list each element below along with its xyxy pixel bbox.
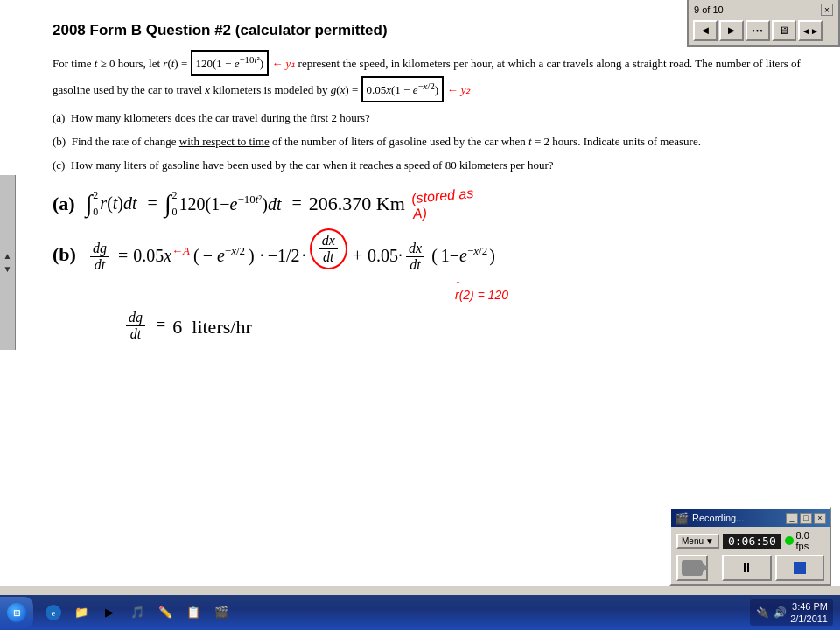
y1-annotation: ← y₁ bbox=[271, 57, 295, 70]
fps-status-indicator bbox=[785, 536, 794, 545]
paren2-close-b: ) bbox=[489, 246, 495, 266]
network-tray-icon: 🔌 bbox=[755, 606, 769, 620]
integral-limits-2: 2 0 bbox=[172, 189, 178, 219]
taskbar-apps: e 📁 ▶ 🎵 ✏️ 📋 bbox=[37, 599, 743, 626]
y2-annotation: ← y₂ bbox=[446, 83, 470, 96]
recording-source-button[interactable] bbox=[676, 555, 708, 581]
r2-annotation: ↓r(2) = 120 bbox=[455, 272, 508, 302]
part-b-question: (b) Find the rate of change with respect… bbox=[52, 133, 805, 151]
parts-section: (a) How many kilometers does the car tra… bbox=[52, 109, 805, 174]
left-sidebar: ▲ ▼ bbox=[0, 175, 16, 350]
rt-integrand: r(t)dt bbox=[100, 193, 136, 214]
taskbar-right: 🔌 🔊 3:46 PM 2/1/2011 bbox=[743, 599, 840, 626]
part-c-question: (c) How many liters of gasoline have bee… bbox=[52, 157, 805, 175]
volume-tray-icon: 🔊 bbox=[773, 606, 787, 620]
part-b-result: dg dt = 6 liters/hr bbox=[122, 310, 805, 342]
part-a-question: (a) How many kilometers does the car tra… bbox=[52, 109, 805, 128]
main-content: ▲ ▼ 2008 Form B Question #2 (calculator … bbox=[0, 0, 840, 586]
nav-back-button[interactable]: ◄ bbox=[693, 20, 718, 41]
neg-half-b: −1/2 bbox=[268, 246, 300, 266]
neg-exp-b: − e−x/2 bbox=[203, 244, 245, 266]
formula-gx: 0.05x(1 − e−x/2) bbox=[361, 76, 444, 102]
nav-button-row: ◄ ► ••• 🖥 ◄► bbox=[690, 18, 836, 44]
app2-icon: 🎵 bbox=[130, 605, 145, 620]
stored-annotation: (stored asA) bbox=[410, 186, 475, 222]
dx-dt-fraction: dx dt bbox=[319, 233, 338, 265]
nav-title-bar: 9 of 10 × bbox=[690, 2, 836, 18]
plus-b: + bbox=[353, 246, 362, 266]
integral-symbol-1: ∫ bbox=[86, 190, 93, 218]
integral-symbol-2: ∫ bbox=[164, 190, 172, 218]
taskbar-app3[interactable]: ✏️ bbox=[152, 599, 178, 626]
clock-date: 2/1/2011 bbox=[790, 612, 828, 625]
result-b: 6 liters/hr bbox=[172, 316, 251, 339]
equals-2: = bbox=[292, 193, 302, 214]
nav-close-button[interactable]: × bbox=[821, 4, 833, 16]
nav-more-button[interactable]: ••• bbox=[746, 20, 770, 41]
paren-open-b: ( bbox=[193, 246, 200, 266]
clock-time: 3:46 PM bbox=[790, 600, 828, 612]
nav-toolbar: 9 of 10 × ◄ ► ••• 🖥 ◄► bbox=[687, 0, 840, 47]
recording-menu-button[interactable]: Menu ▼ bbox=[676, 534, 719, 549]
recording-fps: 8.0 fps bbox=[785, 530, 824, 551]
nav-forward-button[interactable]: ► bbox=[719, 20, 744, 41]
r2-annotation-container: ↓r(2) = 120 bbox=[455, 271, 805, 303]
taskbar-clock[interactable]: 3:46 PM 2/1/2011 bbox=[790, 600, 828, 626]
math-work: (a) ∫ 2 0 r(t)dt = ∫ 2 0 120(1−e−10t²)dt… bbox=[52, 188, 805, 342]
app4-icon: 📋 bbox=[186, 605, 201, 620]
app5-icon: 🎬 bbox=[214, 605, 229, 620]
part-b-work-row1: (b) dg dt = 0.05x←A ( − e−x/2 ) · −1/2 · bbox=[52, 228, 805, 273]
sidebar-arrow-down[interactable]: ▼ bbox=[4, 264, 12, 274]
start-orb-icon: ⊞ bbox=[7, 603, 26, 622]
sidebar-arrow-up[interactable]: ▲ bbox=[4, 251, 12, 261]
pause-icon: ⏸ bbox=[739, 560, 753, 576]
recording-close-button[interactable]: × bbox=[814, 513, 826, 524]
ie-icon: e bbox=[46, 605, 61, 620]
taskbar-app5[interactable]: 🎬 bbox=[208, 599, 234, 626]
part-a-label: (a) bbox=[52, 192, 75, 215]
webcam-icon bbox=[682, 560, 703, 576]
taskbar-app4[interactable]: 📋 bbox=[180, 599, 206, 626]
nav-arrows-button[interactable]: ◄► bbox=[798, 20, 822, 41]
equals-b: = bbox=[118, 246, 128, 266]
nav-monitor-button[interactable]: 🖥 bbox=[772, 20, 796, 41]
full-integrand: 120(1−e−10t²)dt bbox=[179, 192, 282, 214]
dg-dt-fraction: dg dt bbox=[90, 241, 109, 273]
taskbar-explorer[interactable]: 📁 bbox=[68, 599, 94, 626]
app3-icon: ✏️ bbox=[158, 605, 173, 620]
coeff2-b: 0.05· bbox=[368, 246, 402, 266]
taskbar-ie[interactable]: e bbox=[40, 599, 66, 626]
taskbar: ⊞ e 📁 ▶ 🎵 ✏️ bbox=[0, 595, 840, 630]
taskbar-app2[interactable]: 🎵 bbox=[124, 599, 150, 626]
dot2-b: · bbox=[302, 246, 306, 266]
recording-titlebar: 🎬 Recording... _ □ × bbox=[671, 509, 830, 527]
nav-page-count: 9 of 10 bbox=[694, 4, 724, 15]
recording-controls-row1: Menu ▼ 0:06:50 8.0 fps bbox=[676, 530, 824, 551]
recording-pause-button[interactable]: ⏸ bbox=[722, 555, 772, 581]
recording-stop-button[interactable] bbox=[775, 555, 825, 581]
media-icon: ▶ bbox=[102, 605, 117, 620]
recording-timer: 0:06:50 bbox=[723, 534, 781, 549]
dx-dt-circled: dx dt bbox=[310, 228, 347, 270]
result-a: 206.370 Km bbox=[309, 192, 405, 215]
integral-limits-1: 2 0 bbox=[93, 189, 98, 219]
recording-restore-button[interactable]: □ bbox=[800, 513, 812, 524]
taskbar-media[interactable]: ▶ bbox=[96, 599, 122, 626]
paren-close-b: ) bbox=[248, 246, 255, 266]
recording-title: 🎬 Recording... bbox=[675, 512, 744, 525]
problem-text: For time t ≥ 0 hours, let r(t) = 120(1 −… bbox=[52, 50, 805, 102]
dg-dt-result-fraction: dg dt bbox=[126, 310, 145, 342]
recording-widget: 🎬 Recording... _ □ × Menu ▼ 0:06:50 8.0 … bbox=[669, 508, 831, 586]
explorer-icon: 📁 bbox=[74, 605, 89, 620]
start-button[interactable]: ⊞ bbox=[0, 597, 33, 628]
formula-rt: 120(1 − e−10t²) bbox=[191, 50, 270, 76]
recording-window-buttons: _ □ × bbox=[786, 513, 826, 524]
one-minus-exp-b: 1−e−x/2 bbox=[441, 244, 487, 266]
coeff-b: 0.05x←A bbox=[133, 244, 190, 266]
system-tray: 🔌 🔊 3:46 PM 2/1/2011 bbox=[750, 599, 833, 626]
equals-result-b: = bbox=[156, 315, 165, 335]
dot1-b: · bbox=[260, 246, 264, 266]
stop-icon bbox=[794, 562, 806, 574]
recording-minimize-button[interactable]: _ bbox=[786, 513, 798, 524]
recording-body: Menu ▼ 0:06:50 8.0 fps ⏸ bbox=[671, 527, 830, 584]
